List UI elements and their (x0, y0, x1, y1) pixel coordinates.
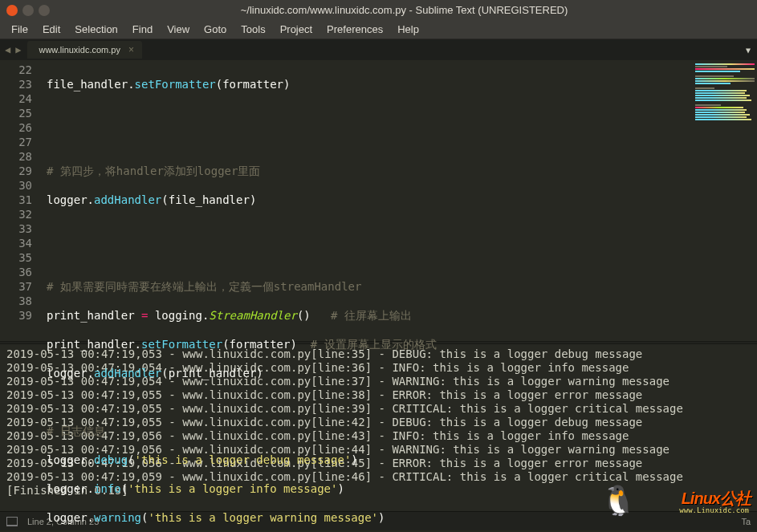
menubar: File Edit Selection Find View Goto Tools… (0, 20, 757, 39)
tab-close-icon[interactable]: × (128, 44, 134, 55)
code-line: print_handler = logging.StreamHandler() … (47, 308, 693, 323)
line-number: 27 (0, 135, 32, 149)
line-number: 35 (0, 250, 32, 265)
window-controls (6, 5, 50, 16)
maximize-window-button[interactable] (39, 5, 50, 16)
code-line: logger.debug('this is a logger debug mes… (47, 453, 693, 467)
line-number: 33 (0, 221, 32, 236)
code-line (47, 250, 693, 265)
code-line (47, 135, 693, 149)
editor[interactable]: 22 23 24 25 26 27 28 29 30 31 32 33 34 3… (0, 60, 757, 341)
window-title: ~/linuxidc.com/www.linuxidc.com.py - Sub… (58, 4, 751, 16)
line-number: 34 (0, 236, 32, 250)
nav-back-icon[interactable]: ◀ (3, 44, 12, 55)
code-line (47, 395, 693, 409)
tab-label: www.linuxidc.com.py (39, 45, 120, 55)
line-number: 29 (0, 164, 32, 178)
panel-switcher-icon[interactable] (6, 517, 18, 526)
code-line: logger.warning('this is a logger warning… (47, 510, 693, 525)
line-number: 24 (0, 91, 32, 106)
code-line: print_handler.setFormatter(formatter) # … (47, 337, 693, 351)
menu-goto[interactable]: Goto (197, 22, 233, 37)
titlebar: ~/linuxidc.com/www.linuxidc.com.py - Sub… (0, 0, 757, 20)
line-number: 31 (0, 193, 32, 207)
close-window-button[interactable] (6, 5, 18, 16)
line-number: 26 (0, 120, 32, 135)
menu-help[interactable]: Help (391, 22, 425, 37)
minimize-window-button[interactable] (22, 5, 34, 16)
menu-tools[interactable]: Tools (234, 22, 271, 37)
menu-preferences[interactable]: Preferences (320, 22, 389, 37)
menu-selection[interactable]: Selection (68, 22, 124, 37)
code-area[interactable]: file_handler.setFormatter(formatter) # 第… (39, 60, 693, 341)
tabbar: ◀ ▶ www.linuxidc.com.py × ▼ (0, 39, 757, 60)
code-line: file_handler.setFormatter(formatter) (47, 77, 693, 91)
watermark-url: www.Linuxidc.com (679, 506, 749, 514)
nav-forward-icon[interactable]: ▶ (14, 44, 22, 55)
code-line: logger.info('this is a logger info messa… (47, 481, 693, 496)
line-number: 36 (0, 265, 32, 279)
line-number: 30 (0, 178, 32, 193)
menu-view[interactable]: View (161, 22, 196, 37)
tab-dropdown-icon[interactable]: ▼ (746, 46, 751, 55)
line-number: 37 (0, 279, 32, 294)
line-number: 39 (0, 308, 32, 323)
line-number: 25 (0, 106, 32, 120)
menu-file[interactable]: File (5, 22, 35, 37)
menu-edit[interactable]: Edit (36, 22, 67, 37)
code-line: # 第四步，将handler添加到logger里面 (47, 164, 693, 178)
code-line (47, 106, 693, 120)
line-number: 32 (0, 207, 32, 221)
code-line: # 日志信息 (47, 424, 693, 438)
line-number: 22 (0, 63, 32, 77)
gutter: 22 23 24 25 26 27 28 29 30 31 32 33 34 3… (0, 60, 39, 341)
menu-find[interactable]: Find (126, 22, 159, 37)
minimap[interactable] (693, 60, 757, 341)
code-line: # 如果需要同時需要在終端上輸出，定義一個streamHandler (47, 279, 693, 294)
code-line: logger.addHandler(print_handler) (47, 366, 693, 380)
menu-project[interactable]: Project (274, 22, 319, 37)
tux-mascot-icon: 🐧 (600, 484, 637, 518)
line-number: 28 (0, 149, 32, 164)
file-tab[interactable]: www.linuxidc.com.py × (27, 41, 142, 59)
code-line: logger.addHandler(file_handler) (47, 193, 693, 207)
line-number: 38 (0, 294, 32, 308)
nav-arrows: ◀ ▶ (3, 44, 22, 55)
line-number: 23 (0, 77, 32, 91)
code-line (47, 221, 693, 236)
status-right[interactable]: Ta (741, 517, 751, 526)
